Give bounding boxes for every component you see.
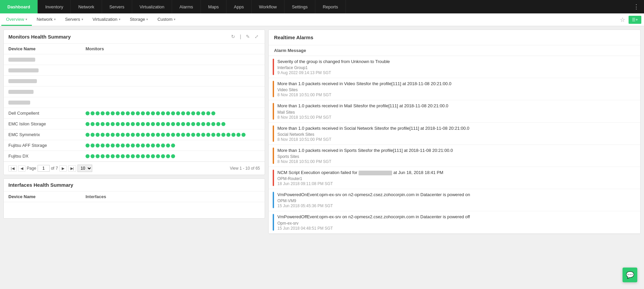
- monitors-health-widget: Monitors Health Summary ↻ | ✎ ⤢ Device N…: [3, 30, 265, 175]
- alarm-list-item[interactable]: More than 1.0 packets received in Social…: [269, 123, 640, 145]
- monitor-status-dot: [126, 111, 130, 115]
- skeleton-row: [4, 97, 265, 108]
- alarm-source: OPM-VM9: [277, 198, 635, 203]
- monitors-dots-cell: [86, 122, 260, 126]
- subnav-virtualization-label: Virtualization: [93, 17, 117, 22]
- monitor-status-dot: [101, 154, 105, 158]
- nav-apps[interactable]: Apps: [226, 0, 252, 13]
- subnav-network[interactable]: Network ▾: [32, 13, 60, 26]
- chevron-down-icon: ▾: [25, 17, 27, 21]
- subnav-overview-label: Overview: [6, 17, 24, 22]
- last-page-button[interactable]: ▶|: [68, 165, 76, 172]
- alarm-severity-indicator: [273, 192, 274, 208]
- monitor-status-dot: [91, 154, 95, 158]
- monitor-status-dot: [141, 143, 145, 148]
- monitor-status-dot: [96, 122, 100, 126]
- alarm-list-item[interactable]: NCM Script Execution operation failed fo…: [269, 167, 640, 189]
- monitor-status-dot: [111, 122, 115, 126]
- subnav-storage[interactable]: Storage ▾: [125, 13, 153, 26]
- prev-page-button[interactable]: ◀: [18, 165, 25, 172]
- monitor-status-dot: [181, 133, 185, 137]
- subnav-custom[interactable]: Custom ▾: [153, 13, 180, 26]
- next-page-button[interactable]: ▶: [59, 165, 67, 172]
- monitor-status-dot: [236, 133, 240, 137]
- monitor-status-dot: [136, 143, 140, 148]
- monitor-status-dot: [176, 111, 180, 115]
- monitors-widget-actions: ↻ | ✎ ⤢: [230, 33, 260, 40]
- nav-maps[interactable]: Maps: [201, 0, 227, 13]
- alarm-list-item[interactable]: More than 1.0 packets received in Mail S…: [269, 100, 640, 122]
- refresh-icon[interactable]: ↻: [230, 33, 236, 40]
- monitor-status-dot: [166, 111, 170, 115]
- nav-alarms[interactable]: Alarms: [172, 0, 201, 13]
- monitor-status-dot: [111, 154, 115, 158]
- alarm-timestamp: 18 Jun 2018 09:11:08 PM SGT: [277, 181, 635, 186]
- alarm-list-item[interactable]: VmPoweredOnEvent:opm-ex-srv on n2-opmesx…: [269, 189, 640, 211]
- nav-more-icon[interactable]: ⋮: [629, 0, 644, 13]
- nav-reports[interactable]: Reports: [315, 0, 346, 13]
- alarm-severity-indicator: [273, 81, 274, 97]
- alarm-timestamp: 8 Nov 2018 10:51:00 PM SGT: [277, 159, 635, 164]
- alarm-message-text: VmPoweredOnEvent:opm-ex-srv on n2-opmesx…: [277, 192, 635, 198]
- alarm-timestamp: 8 Nov 2018 10:51:00 PM SGT: [277, 93, 635, 97]
- nav-settings[interactable]: Settings: [284, 0, 315, 13]
- table-row: Fujitsu DX: [4, 151, 265, 162]
- skeleton-row: [4, 54, 265, 65]
- nav-dashboard[interactable]: Dashboard: [0, 0, 38, 13]
- alarm-list-item[interactable]: VmPoweredOffEvent:opm-ex-srv on n2-opmes…: [269, 211, 640, 233]
- monitor-status-dot: [206, 111, 210, 115]
- alarm-content: More than 1.0 packets received in Sports…: [277, 148, 635, 164]
- subnav-custom-label: Custom: [157, 17, 172, 22]
- monitor-status-dot: [86, 133, 90, 137]
- monitor-status-dot: [166, 143, 170, 148]
- monitor-status-dot: [176, 122, 180, 126]
- monitor-status-dot: [196, 133, 200, 137]
- alarm-list-item[interactable]: Severity of the group is changed from Un…: [269, 56, 640, 78]
- monitor-status-dot: [121, 122, 125, 126]
- monitor-status-dot: [126, 154, 130, 158]
- monitor-status-dot: [101, 133, 105, 137]
- monitor-status-dot: [196, 122, 200, 126]
- edit-icon[interactable]: ✎: [245, 33, 251, 40]
- first-page-button[interactable]: |◀: [8, 165, 17, 172]
- monitor-status-dot: [156, 122, 160, 126]
- nav-workflow[interactable]: Workflow: [252, 0, 284, 13]
- monitor-status-dot: [121, 143, 125, 148]
- monitor-status-dot: [106, 143, 110, 148]
- skeleton-row: [4, 65, 265, 76]
- favorite-star-icon[interactable]: ☆: [618, 16, 627, 23]
- nav-network[interactable]: Network: [71, 0, 102, 13]
- alarm-content: More than 1.0 packets received in Video …: [277, 81, 635, 97]
- monitor-status-dot: [116, 122, 120, 126]
- nav-virtualization[interactable]: Virtualization: [132, 0, 172, 13]
- alarm-timestamp: 15 Jun 2018 04:48:51 PM SGT: [277, 226, 635, 231]
- monitor-status-dot: [101, 143, 105, 148]
- monitor-status-dot: [121, 111, 125, 115]
- subnav-virtualization[interactable]: Virtualization ▾: [88, 13, 125, 26]
- expand-icon[interactable]: ⤢: [253, 33, 260, 40]
- per-page-select[interactable]: 10 25 50: [77, 165, 92, 172]
- chat-button[interactable]: 💬: [623, 268, 637, 282]
- chevron-down-icon: ▾: [119, 17, 120, 21]
- monitor-status-dot: [166, 154, 170, 158]
- add-widget-button[interactable]: ☰+: [629, 16, 641, 24]
- monitor-status-dot: [186, 133, 190, 137]
- table-row: Fujitsu AFF Storage: [4, 140, 265, 151]
- page-input[interactable]: [38, 165, 50, 172]
- alarms-list: Severity of the group is changed from Un…: [269, 56, 640, 234]
- subnav-servers[interactable]: Servers ▾: [60, 13, 88, 26]
- monitor-status-dot: [116, 111, 120, 115]
- left-panel: Monitors Health Summary ↻ | ✎ ⤢ Device N…: [3, 30, 265, 234]
- monitor-status-dot: [216, 122, 220, 126]
- monitor-status-dot: [131, 122, 135, 126]
- monitor-status-dot: [151, 154, 155, 158]
- subnav-overview[interactable]: Overview ▾: [1, 13, 32, 26]
- alarm-list-item[interactable]: More than 1.0 packets received in Sports…: [269, 145, 640, 167]
- sub-navigation: Overview ▾ Network ▾ Servers ▾ Virtualiz…: [0, 13, 644, 26]
- nav-servers[interactable]: Servers: [102, 0, 132, 13]
- monitor-status-dot: [156, 154, 160, 158]
- alarm-list-item[interactable]: More than 1.0 packets received in Video …: [269, 78, 640, 100]
- monitor-status-dot: [181, 111, 185, 115]
- top-navigation: Dashboard Inventory Network Servers Virt…: [0, 0, 644, 13]
- nav-inventory[interactable]: Inventory: [38, 0, 71, 13]
